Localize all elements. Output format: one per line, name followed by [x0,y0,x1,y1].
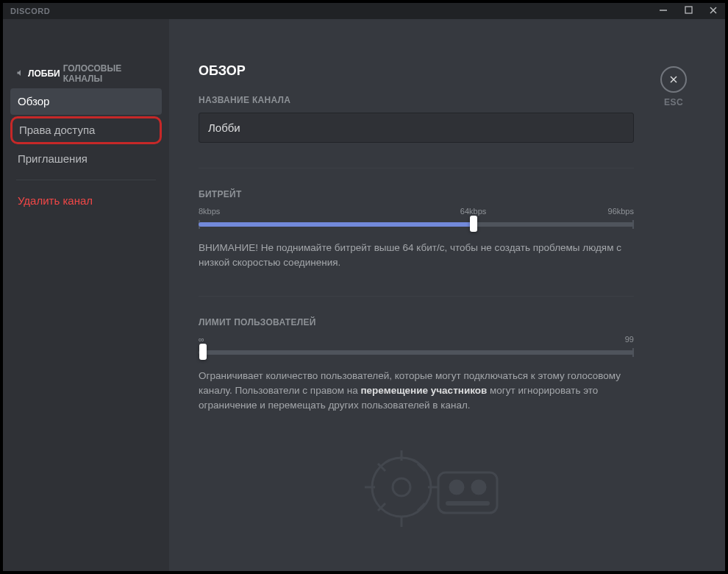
sidebar-item-label: Обзор [18,95,49,107]
section-divider [199,296,634,297]
channel-name-label: НАЗВАНИЕ КАНАЛА [199,95,634,105]
window-close-icon[interactable] [706,6,721,17]
bitrate-help-text: ВНИМАНИЕ! Не поднимайте битрейт выше 64 … [199,241,634,271]
svg-rect-6 [438,472,497,513]
bitrate-max-label: 96kbps [608,207,634,216]
user-limit-slider-thumb[interactable] [199,344,207,360]
app-logo: DISCORD [10,7,50,15]
user-limit-slider[interactable] [199,345,634,358]
close-settings-button[interactable] [660,66,687,93]
titlebar: DISCORD [3,3,725,19]
user-limit-help-text: Ограничивает количество пользователей, к… [199,369,634,414]
breadcrumb: ЛОББИ ГОЛОСОВЫЕ КАНАЛЫ [10,63,162,88]
sidebar-item-label: Удалить канал [18,194,93,207]
breadcrumb-category: ГОЛОСОВЫЕ КАНАЛЫ [63,63,156,84]
user-limit-label: ЛИМИТ ПОЛЬЗОВАТЕЛЕЙ [199,317,634,327]
illustration [199,447,634,528]
user-limit-max-label: 99 [625,335,634,344]
sidebar-item-label: Права доступа [19,124,95,136]
close-icon [668,74,679,85]
sidebar-item-label: Приглашения [18,152,88,165]
window-minimize-icon[interactable] [656,6,671,17]
svg-point-8 [472,481,485,494]
user-limit-min-label: ∞ [199,335,204,344]
sidebar-item-invites[interactable]: Приглашения [10,146,162,172]
svg-point-7 [450,481,463,494]
channel-name-input[interactable] [199,113,634,143]
sidebar-item-overview[interactable]: Обзор [10,88,162,115]
window-maximize-icon[interactable] [681,6,696,16]
bitrate-slider-labels: 8kbps 64kbps 96kbps [199,207,634,216]
bitrate-slider[interactable] [199,217,634,230]
svg-rect-1 [685,7,692,13]
bitrate-label: БИТРЕЙТ [199,189,634,199]
sidebar-item-delete-channel[interactable]: Удалить канал [10,188,162,214]
sidebar-item-permissions[interactable]: Права доступа [10,116,162,144]
close-settings-label: ESC [652,97,696,107]
bitrate-mid-label: 64kbps [460,207,486,216]
svg-rect-9 [446,501,490,506]
svg-point-5 [393,478,410,496]
bitrate-slider-thumb[interactable] [470,216,477,232]
user-limit-slider-labels: ∞ 99 [199,335,634,344]
settings-sidebar: ЛОББИ ГОЛОСОВЫЕ КАНАЛЫ Обзор Права досту… [3,19,169,571]
section-divider [199,168,634,169]
breadcrumb-channel: ЛОББИ [28,68,60,79]
page-title: ОБЗОР [199,63,634,79]
bitrate-min-label: 8kbps [199,207,220,216]
sidebar-separator [16,180,156,180]
volume-icon [16,68,25,79]
